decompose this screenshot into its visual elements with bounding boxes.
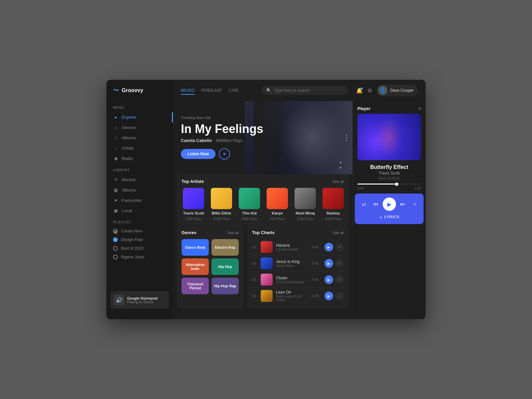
artist-name: Kanye [272,211,283,215]
playlist-item-label: Create New [121,229,142,233]
chart-add-button[interactable]: + [335,292,344,300]
chart-item: 03 Closer The Chainsmokers 3:45 ▶ + [252,272,344,288]
playlist-item-design-flow[interactable]: Design Flow [106,235,173,244]
artist-card[interactable]: Kanye 15M Plays [265,188,289,221]
logo-icon: 〜 [113,86,119,94]
close-button[interactable]: ✕ [410,199,420,209]
albums-icon: ○ [113,135,118,140]
device-info: Google Homepod Playing on Device [127,296,158,304]
player-artwork [357,114,421,160]
chart-name: Lean On [276,290,308,295]
listen-now-button[interactable]: Listen Now [181,149,215,159]
sidebar-item-label: Explore [122,115,136,120]
chart-add-button[interactable]: + [335,243,344,251]
hero-gradient [254,101,352,174]
sidebar-item-label: Local [122,208,132,213]
playlist-item-nigeria-jams[interactable]: Nigeria Jams [106,253,173,261]
sidebar-item-label: Favourites [122,198,142,203]
user-profile[interactable]: 👤 Dave Cooper [377,84,418,96]
content-area: Trending New Hits In My Feelings Camila … [173,101,426,319]
artist-avatar [211,188,232,209]
hero-dot [346,140,347,141]
prev-button[interactable]: ⏮ [371,199,381,209]
genre-card-electro-pop[interactable]: Electro Pop [211,239,239,256]
top-charts-header: Top Charts See all [252,230,344,235]
artist-plays: 63M Plays [242,217,257,221]
progress-thumb[interactable] [395,183,398,186]
artist-card[interactable]: Travis Scott 44M Plays [182,188,205,221]
search-icon: 🔍 [266,88,271,93]
top-artists-see-all[interactable]: See all [332,180,344,184]
player-artwork-inner [357,114,421,160]
chart-name: Closer [276,276,308,280]
chart-info: Jesus is King Kanye West [276,259,308,268]
device-name: Google Homepod [127,296,158,300]
create-icon: ▣ [113,229,118,233]
artist-card[interactable]: Billie Eilish 203M Plays [209,188,233,221]
notification-button[interactable]: 🔔 [356,87,363,94]
search-input[interactable] [274,88,343,93]
genre-card-hip-hop-rap[interactable]: Hip Hop Rap [211,278,239,294]
chart-num: 04 [252,294,257,298]
sidebar-item-label: Recent [122,177,135,182]
artist-card[interactable]: Starboy 100M Plays [321,188,344,221]
progress-bar[interactable] [357,184,421,185]
player-menu-icon[interactable]: ≡ [418,106,421,111]
sidebar-item-recent[interactable]: ↺ Recent [106,175,173,185]
top-charts-title: Top Charts [252,230,275,235]
lyrics-bar[interactable]: ▲ LYRICS [359,213,420,220]
hero-nav-up[interactable]: ▲ [338,160,342,164]
player-album: Best of 2020 [353,176,426,184]
settings-button[interactable]: ⚙ [367,87,372,94]
tab-live[interactable]: LIVE [229,86,238,95]
chart-play-button[interactable]: ▶ [325,243,333,251]
artist-plays: 180M Plays [297,217,314,221]
top-charts-see-all[interactable]: See all [332,231,344,235]
chart-artist: The Chainsmokers [276,280,308,284]
artist-card[interactable]: This Kid 63M Plays [237,188,261,221]
genre-card-classical[interactable]: Classical Period [182,278,209,294]
genre-card-dance-beat[interactable]: Dance Beat [182,239,209,256]
search-bar[interactable]: 🔍 [262,86,348,95]
sidebar-item-radio[interactable]: ◉ Radio [106,153,173,164]
hero-nav-down[interactable]: ▼ [338,166,342,170]
artist-name: Billie Eilish [212,211,231,215]
chart-num: 02 [252,261,257,265]
genres-see-all[interactable]: See all [227,231,239,235]
hero-tag: Trending New Hits [181,116,263,120]
next-button[interactable]: ⏭ [398,199,408,209]
device-widget[interactable]: 🔊 Google Homepod Playing on Device [110,291,169,309]
genre-card-hip-hop[interactable]: Hip Hop [211,258,239,275]
artist-card[interactable]: Nicki Minaj 180M Plays [293,188,317,221]
playlist-item-create[interactable]: ▣ Create New [106,227,173,235]
chart-info: Lean On Major Lazer ft DJ Snake [276,290,308,302]
artist-avatar [239,188,260,209]
chart-play-button[interactable]: ▶ [325,275,333,284]
genre-label: Electro Pop [215,245,235,249]
chart-play-button[interactable]: ▶ [325,292,333,300]
genre-card-alt-indie[interactable]: Alternative Indie [182,258,209,275]
sidebar-item-local[interactable]: ▣ Local [106,205,173,216]
playlist-item-best-2020[interactable]: Best of 2020 [106,244,173,253]
sidebar-item-explore[interactable]: ● Explore [106,112,173,122]
chart-num: 01 [252,245,257,249]
play-pause-button[interactable]: ▶ [383,198,396,211]
sidebar-item-genres[interactable]: ♫ Genres [106,122,173,133]
playlist-dot-icon [113,255,118,259]
chart-play-button[interactable]: ▶ [325,259,333,268]
sidebar-item-albums-lib[interactable]: ▦ Albums [106,185,173,195]
sidebar-item-albums[interactable]: ○ Albums [106,133,173,143]
chart-add-button[interactable]: + [335,259,344,268]
hero-dot [346,134,347,136]
chart-thumbnail [261,290,273,302]
tab-music[interactable]: MUSIC [181,86,195,95]
shuffle-button[interactable]: ⇄ [359,199,369,209]
sidebar-item-favourites[interactable]: ♥ Favourites [106,195,173,205]
tab-podcast[interactable]: PODCAST [201,86,222,95]
favourite-button[interactable]: ♥ [219,148,230,160]
chart-add-button[interactable]: + [335,275,344,284]
sidebar-item-artists[interactable]: ♪ Artists [106,143,173,153]
chart-actions: ▶ + [325,275,344,284]
artist-plays: 100M Plays [325,217,342,221]
hero-meta: Camila Cabello 63Million Plays [181,138,263,143]
